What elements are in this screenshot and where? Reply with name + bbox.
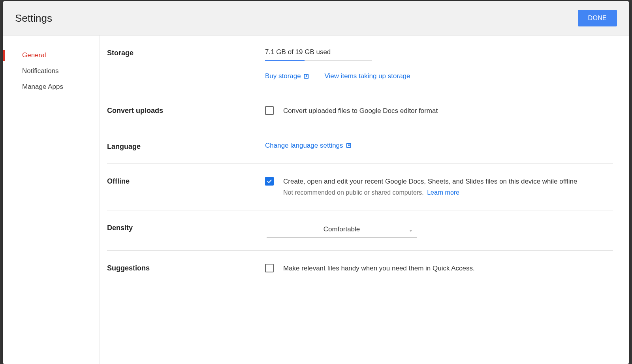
chevron-down-icon <box>408 228 414 236</box>
convert-uploads-text: Convert uploaded files to Google Docs ed… <box>283 106 613 116</box>
change-language-link[interactable]: Change language settings <box>265 142 352 150</box>
storage-progress-track <box>265 60 372 61</box>
storage-summary: 7.1 GB of 19 GB used <box>265 48 613 56</box>
settings-dialog: Settings DONE General Notifications Mana… <box>3 1 629 364</box>
sidebar-item-label: Manage Apps <box>22 83 63 90</box>
storage-progress-fill <box>265 60 305 61</box>
buy-storage-link[interactable]: Buy storage <box>265 72 309 80</box>
section-label: Density <box>107 223 265 238</box>
sidebar-item-label: General <box>22 51 46 59</box>
section-body: Convert uploaded files to Google Docs ed… <box>265 106 613 116</box>
offline-row: Create, open and edit your recent Google… <box>265 176 613 198</box>
link-label: Buy storage <box>265 72 301 80</box>
settings-content[interactable]: Storage 7.1 GB of 19 GB used Buy storage… <box>100 36 629 364</box>
section-body: Change language settings <box>265 142 613 151</box>
section-body: Make relevant files handy when you need … <box>265 263 613 274</box>
dialog-title: Settings <box>15 12 52 24</box>
section-offline: Offline Create, open and edit your recen… <box>107 164 613 211</box>
convert-uploads-checkbox[interactable] <box>265 106 274 115</box>
done-button[interactable]: DONE <box>578 10 617 26</box>
offline-learn-more-link[interactable]: Learn more <box>427 188 459 197</box>
section-density: Density Comfortable <box>107 210 613 251</box>
section-label: Language <box>107 142 265 151</box>
offline-hint-row: Not recommended on public or shared comp… <box>283 188 613 197</box>
view-storage-items-link[interactable]: View items taking up storage <box>324 72 410 80</box>
section-label: Convert uploads <box>107 106 265 116</box>
external-link-icon <box>346 143 352 148</box>
offline-hint: Not recommended on public or shared comp… <box>283 189 424 196</box>
section-label: Suggestions <box>107 263 265 274</box>
section-language: Language Change language settings <box>107 129 613 164</box>
sidebar-item-manage-apps[interactable]: Manage Apps <box>3 79 100 95</box>
section-storage: Storage 7.1 GB of 19 GB used Buy storage… <box>107 36 613 93</box>
suggestions-text: Make relevant files handy when you need … <box>283 263 613 274</box>
dialog-body: General Notifications Manage Apps Storag… <box>3 36 629 364</box>
sidebar-item-label: Notifications <box>22 67 59 75</box>
section-label: Offline <box>107 176 265 198</box>
check-icon <box>266 178 273 184</box>
external-link-icon <box>303 73 309 79</box>
section-body: Comfortable <box>265 223 613 238</box>
sidebar-item-general[interactable]: General <box>3 47 100 63</box>
offline-description: Create, open and edit your recent Google… <box>283 176 613 187</box>
link-label: View items taking up storage <box>324 72 410 80</box>
density-value: Comfortable <box>324 225 360 233</box>
link-label: Change language settings <box>265 142 343 150</box>
offline-checkbox[interactable] <box>265 177 274 186</box>
offline-text-block: Create, open and edit your recent Google… <box>283 176 613 198</box>
dialog-header: Settings DONE <box>3 1 629 36</box>
section-body: Create, open and edit your recent Google… <box>265 176 613 198</box>
settings-sidebar: General Notifications Manage Apps <box>3 36 100 364</box>
section-convert-uploads: Convert uploads Convert uploaded files t… <box>107 93 613 129</box>
section-body: 7.1 GB of 19 GB used Buy storage View it… <box>265 48 613 80</box>
density-select[interactable]: Comfortable <box>267 223 417 238</box>
convert-uploads-row: Convert uploaded files to Google Docs ed… <box>265 106 613 116</box>
suggestions-checkbox[interactable] <box>265 264 274 272</box>
suggestions-row: Make relevant files handy when you need … <box>265 263 613 274</box>
sidebar-item-notifications[interactable]: Notifications <box>3 63 100 79</box>
section-suggestions: Suggestions Make relevant files handy wh… <box>107 251 613 286</box>
section-label: Storage <box>107 48 265 80</box>
